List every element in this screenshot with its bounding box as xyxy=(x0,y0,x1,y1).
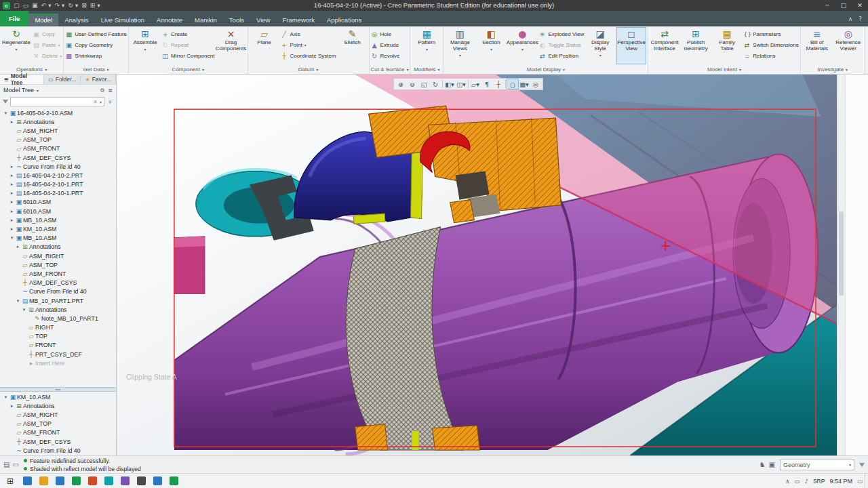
tree-item-16-405-04-2-10-1-prt[interactable]: ▸▤16-405-04-2-10-1.PRT xyxy=(0,180,116,189)
sketch-button[interactable]: ✎Sketch xyxy=(338,27,368,64)
tree-item-16-405-04-2-10-2-prt[interactable]: ▸▤16-405-04-2-10-2.PRT xyxy=(0,171,116,180)
app-icon-9[interactable] xyxy=(149,474,165,488)
tree-item-asm-def-csys[interactable]: ┼ASM_DEF_CSYS xyxy=(0,437,116,446)
3d-model-view[interactable] xyxy=(117,75,837,455)
maximize-button[interactable]: □ xyxy=(835,0,852,11)
ribbon-tab-annotate[interactable]: Annotate xyxy=(151,14,189,26)
app-icon-3[interactable] xyxy=(52,474,68,488)
revolve-button[interactable]: ↻Revolve xyxy=(371,52,400,60)
manage-views-button[interactable]: ▥Manage Views▾ xyxy=(445,27,475,64)
tree-item-km-10-asm[interactable]: ▸▣KM_10.ASM xyxy=(0,224,116,233)
selection-filter-combo[interactable]: Geometry ▾ xyxy=(780,460,854,470)
tree-filter-input[interactable]: ✕ ▾ xyxy=(10,97,104,106)
expand-icon[interactable]: ▸ xyxy=(9,119,15,125)
collapse-icon[interactable]: ▾ xyxy=(3,110,9,116)
user-defined-feature-button[interactable]: ▦User-Defined Feature xyxy=(65,30,127,39)
tray-volume-icon[interactable]: ♪ xyxy=(805,478,808,485)
expand-icon[interactable]: ▸ xyxy=(9,199,15,205)
language-indicator[interactable]: SRP xyxy=(813,478,825,485)
bill-of-materials-button[interactable]: ≡Bill of Materials xyxy=(802,27,832,64)
perspective-icon[interactable]: ◻ xyxy=(507,79,518,89)
hole-button[interactable]: ◎Hole xyxy=(371,30,400,39)
spin-center-icon[interactable]: ┼ xyxy=(493,79,504,89)
app-icon-1[interactable] xyxy=(19,474,35,488)
zoom-in-icon[interactable]: ⊕ xyxy=(395,79,406,89)
tree-item-annotations[interactable]: ▾⊞Annotations xyxy=(0,305,116,314)
section-button[interactable]: ◧Section▾ xyxy=(476,27,506,64)
ribbon-tab-view[interactable]: View xyxy=(250,14,276,26)
publish-geometry-button[interactable]: ⊞Publish Geometry xyxy=(681,27,711,64)
ribbon-tab-live-simulation[interactable]: Live Simulation xyxy=(95,14,151,26)
tree-item-curve-from-file-id-40[interactable]: ~Curve From File id 40 xyxy=(0,446,116,455)
parameters-button[interactable]: {}Parameters xyxy=(743,30,799,39)
message-log-icon[interactable]: ▤ xyxy=(3,461,9,468)
edit-position-button[interactable]: ⇄Edit Position xyxy=(538,52,584,60)
ribbon-tab-file[interactable]: File xyxy=(0,11,28,26)
filter-funnel-icon[interactable] xyxy=(3,100,8,104)
tree-splitter[interactable]: ••• xyxy=(0,387,116,392)
collapse-icon[interactable]: ▾ xyxy=(9,235,15,241)
datum-display-icon[interactable]: ▱▾ xyxy=(470,79,481,89)
taskbar-clock[interactable]: 9:54 PM xyxy=(829,478,852,485)
ribbon-tab-framework[interactable]: Framework xyxy=(276,14,321,26)
group-label-component[interactable]: Component▾ xyxy=(130,65,245,74)
selection-filter-icon[interactable] xyxy=(859,463,865,467)
group-label-investigate[interactable]: Investigate▾ xyxy=(802,65,863,74)
zoom-out-icon[interactable]: ⊖ xyxy=(407,79,418,89)
filter-caret-icon[interactable]: ▾ xyxy=(100,100,102,104)
minimize-ribbon-icon[interactable]: ∧ xyxy=(848,16,853,22)
group-label-cut-surface[interactable]: Cut & Surface▾ xyxy=(371,65,409,74)
tree-item-mb-10-asm[interactable]: ▾▣MB_10.ASM xyxy=(0,234,116,243)
expand-icon[interactable]: ▸ xyxy=(9,226,15,232)
saved-views-icon[interactable]: ▦▾ xyxy=(519,79,530,89)
tree-item-asm-right[interactable]: ▱ASM_RIGHT xyxy=(0,410,116,419)
extrude-button[interactable]: ▲Extrude xyxy=(371,41,400,49)
copy-geometry-button[interactable]: ▣Copy Geometry xyxy=(65,41,127,49)
panel-tab-model-tree[interactable]: ≡Model Tree xyxy=(0,75,44,84)
tray-chevron-icon[interactable]: ∧ xyxy=(785,478,789,485)
model-notifications-icon[interactable]: ▣ xyxy=(769,461,775,468)
assemble-button[interactable]: ⊞Assemble▾ xyxy=(130,27,160,64)
repaint-icon[interactable]: ↻ xyxy=(430,79,441,89)
pattern-button[interactable]: ▦Pattern▾ xyxy=(412,27,441,64)
close-button[interactable]: ✕ xyxy=(852,0,868,11)
save-icon[interactable]: ▣ xyxy=(32,0,38,11)
group-label-datum[interactable]: Datum▾ xyxy=(250,65,368,74)
relations-button[interactable]: =Relations xyxy=(743,52,799,60)
display-style-icon[interactable]: ◧▾ xyxy=(444,79,455,89)
app-icon-10[interactable] xyxy=(165,474,182,488)
vertical-scrollbar[interactable] xyxy=(837,75,845,455)
collapse-icon[interactable]: ▾ xyxy=(21,307,27,312)
expand-icon[interactable]: ▸ xyxy=(9,403,15,409)
redo-icon[interactable]: ↷ ▾ xyxy=(54,0,64,11)
minimize-button[interactable]: ─ xyxy=(819,0,835,11)
mirror-component-button[interactable]: ◫Mirror Component xyxy=(161,52,214,60)
group-label-model-display[interactable]: Model Display▾ xyxy=(445,65,646,74)
tree-item-asm-front[interactable]: ▱ASM_FRONT xyxy=(0,144,116,153)
tree-item-right[interactable]: ▱RIGHT xyxy=(0,323,116,332)
exploded-view-button[interactable]: ✳Exploded View xyxy=(538,30,584,39)
axis-button[interactable]: ╱Axis xyxy=(281,30,336,39)
ribbon-tab-applications[interactable]: Applications xyxy=(321,14,368,26)
tree-item-top[interactable]: ▱TOP xyxy=(0,332,116,341)
scrollbar-thumb[interactable] xyxy=(839,211,844,296)
tree-item-6010-asm[interactable]: ▸▣6010.ASM xyxy=(0,198,116,207)
tree-item-16-405-04-2-10-1-prt[interactable]: ▸▤16-405-04-2-10-1.PRT xyxy=(0,189,116,198)
app-icon-5[interactable] xyxy=(84,474,100,488)
tree-item-annotations[interactable]: ▸⊞Annotations xyxy=(0,117,116,126)
panel-tab-favor[interactable]: ★Favor... xyxy=(81,75,116,84)
app-icon-7[interactable] xyxy=(117,474,133,488)
chevron-down-icon[interactable]: ▾ xyxy=(37,88,39,93)
tree-settings-icon[interactable]: ⚙ xyxy=(100,87,104,94)
drag-components-button[interactable]: ×Drag Components xyxy=(216,27,246,64)
tree-item-curve-from-file-id-40[interactable]: ~Curve From File id 40 xyxy=(0,287,116,296)
toggle-status-button[interactable]: ◐Toggle Status xyxy=(538,41,584,49)
collapse-icon[interactable]: ▾ xyxy=(3,394,9,400)
view-normal-icon[interactable]: ◎ xyxy=(530,79,541,89)
paste-button[interactable]: ▤Paste▾ xyxy=(33,41,62,49)
app-icon-4[interactable] xyxy=(68,474,84,488)
tree-item-curve-from-file-id-40[interactable]: ▸~Curve From File id 40 xyxy=(0,162,116,171)
start-button[interactable]: ⊞ xyxy=(1,474,19,488)
clear-filter-icon[interactable]: ✕ xyxy=(93,99,98,105)
app-icon-8[interactable] xyxy=(133,474,149,488)
